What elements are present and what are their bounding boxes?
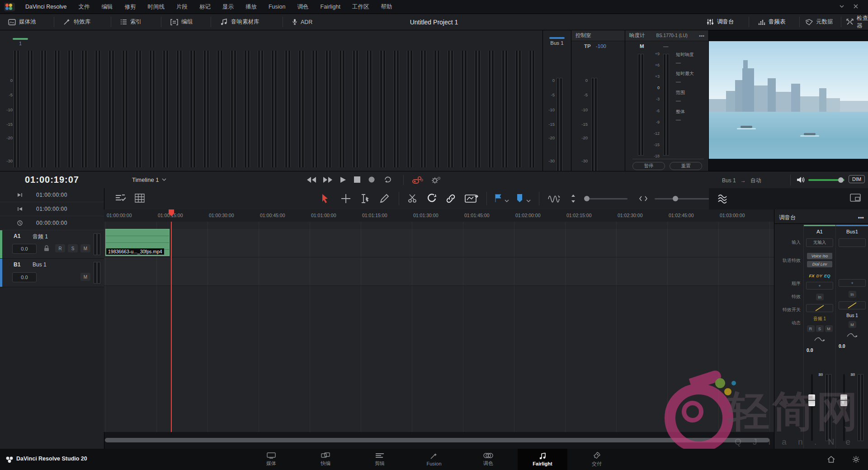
track-b1-level[interactable]: 0.0: [12, 272, 37, 282]
channel-bus1-pan-icon[interactable]: [836, 332, 868, 340]
range-selection-tool-icon[interactable]: [341, 194, 351, 205]
loop-button[interactable]: [383, 176, 392, 185]
track-a1-solo-button[interactable]: S: [68, 244, 78, 252]
channel-a1-voice-iso[interactable]: Voice Iso: [807, 253, 832, 259]
page-tab-edit[interactable]: 剪辑: [355, 449, 405, 470]
page-tab-cut[interactable]: 快编: [301, 449, 350, 470]
marker-chevron-icon[interactable]: [505, 196, 509, 204]
home-icon[interactable]: [827, 456, 835, 465]
order-eq[interactable]: EQ: [824, 273, 830, 278]
channel-bus1-fader-cap[interactable]: [840, 394, 847, 406]
record-button[interactable]: [368, 176, 375, 185]
marker-flag-icon[interactable]: [495, 194, 502, 204]
timeline-ruler[interactable]: 01:00:00:00 01:00:15:00 01:00:30:00 01:0…: [104, 209, 774, 222]
track-height-icon[interactable]: [571, 194, 576, 205]
channel-a1-solo-button[interactable]: S: [816, 325, 824, 332]
menu-timeline[interactable]: 时间线: [142, 3, 170, 11]
menu-playback[interactable]: 播放: [240, 3, 263, 11]
playhead[interactable]: [171, 222, 172, 432]
track-header-a1[interactable]: A1 音频 1 0.0 R S M: [0, 230, 104, 259]
clip-color-chevron-icon[interactable]: [526, 196, 531, 204]
fairlight-settings-gear-icon[interactable]: [430, 176, 441, 186]
group-button[interactable]: 编组: [170, 14, 193, 30]
zoom-slider[interactable]: [655, 198, 713, 199]
timeline-selector[interactable]: Timeline 1: [132, 176, 166, 183]
track-header-b1[interactable]: B1 Bus 1 0.0 M: [0, 259, 104, 287]
monitor-source[interactable]: Bus 1 → 自动: [722, 177, 761, 185]
track-height-slider[interactable]: [584, 198, 627, 199]
horizontal-scrollbar[interactable]: [105, 438, 769, 442]
sound-library-button[interactable]: 音响素材库: [220, 14, 259, 30]
lock-icon[interactable]: [43, 245, 50, 253]
effects-library-button[interactable]: 特效库: [63, 14, 91, 30]
meters-toggle-button[interactable]: 音频表: [758, 14, 786, 30]
video-scopes-icon[interactable]: [718, 194, 730, 205]
menu-clip[interactable]: 片段: [170, 3, 193, 11]
loudness-menu-icon[interactable]: •••: [699, 33, 704, 38]
mixer-menu-icon[interactable]: •••: [858, 215, 864, 221]
menu-workspace[interactable]: 工作区: [346, 3, 375, 11]
channel-bus1-fx-in-button[interactable]: In: [849, 291, 856, 298]
channel-bus1-fader-track[interactable]: [843, 374, 845, 441]
track-a1-level[interactable]: 0.0: [12, 244, 37, 254]
selection-tool-icon[interactable]: [321, 194, 329, 205]
menu-view[interactable]: 显示: [217, 3, 240, 11]
menu-help[interactable]: 帮助: [375, 3, 398, 11]
viewer-video[interactable]: [709, 41, 868, 159]
automation-toggle-icon[interactable]: [412, 176, 423, 186]
menu-fairlight[interactable]: Fairlight: [315, 4, 346, 10]
channel-bus1-dynamics[interactable]: [839, 301, 866, 309]
dim-button[interactable]: DIM: [849, 175, 865, 183]
menu-fusion[interactable]: Fusion: [263, 4, 292, 10]
monitor-volume-slider[interactable]: [808, 179, 844, 181]
waveform-zoom-icon[interactable]: [548, 194, 561, 206]
metadata-button[interactable]: 元数据: [806, 14, 833, 30]
menu-trim[interactable]: 修剪: [118, 3, 142, 11]
page-tab-fairlight[interactable]: Fairlight: [518, 449, 567, 470]
flag-move-keyframes-icon[interactable]: [465, 194, 478, 205]
page-tab-media[interactable]: 媒体: [246, 449, 296, 470]
snap-magnet-icon[interactable]: [427, 194, 437, 205]
timeline-view-options-icon[interactable]: [115, 194, 126, 204]
project-title[interactable]: Untitled Project 1: [344, 14, 524, 30]
page-tab-fusion[interactable]: Fusion: [409, 449, 459, 470]
audio-clip[interactable]: 19836663-u..._30fps.mp4: [105, 229, 170, 256]
menu-mark[interactable]: 标记: [193, 3, 217, 11]
media-pool-button[interactable]: 媒体池: [8, 14, 36, 30]
razor-tool-icon[interactable]: [408, 194, 418, 205]
speaker-icon[interactable]: [797, 176, 805, 185]
channel-bus1-mute-button[interactable]: M: [849, 321, 856, 328]
channel-a1-mute-button[interactable]: M: [825, 325, 833, 332]
channel-a1-order[interactable]: FX DY EQ: [804, 273, 835, 278]
timeline-area[interactable]: 19836663-u..._30fps.mp4: [104, 222, 774, 432]
menu-color[interactable]: 调色: [292, 3, 315, 11]
channel-a1-fx-in-button[interactable]: In: [816, 294, 824, 300]
channel-bus1-add-effect-button[interactable]: +: [839, 279, 866, 287]
page-tab-color[interactable]: 调色: [463, 449, 513, 470]
loudness-pause-button[interactable]: 暂停: [632, 162, 665, 170]
track-a1-mute-button[interactable]: M: [80, 244, 90, 252]
channel-bus1-fader-value[interactable]: 0.0: [839, 343, 868, 349]
track-b1-mute-button[interactable]: M: [80, 273, 90, 281]
track-a1-lane[interactable]: 19836663-u..._30fps.mp4: [104, 229, 774, 257]
link-icon[interactable]: [446, 194, 456, 205]
channel-a1-dial-lev[interactable]: Dial Lev: [807, 261, 832, 267]
loudness-standard[interactable]: BS.1770-1 (LU): [656, 33, 687, 38]
channel-a1-arm-button[interactable]: R: [807, 325, 815, 332]
mixer-toggle-button[interactable]: 调音台: [707, 14, 734, 30]
rewind-button[interactable]: [307, 176, 316, 185]
channel-bus1-input[interactable]: [839, 238, 866, 247]
track-a1-record-arm-button[interactable]: R: [55, 244, 65, 252]
dual-screen-icon[interactable]: [850, 194, 861, 204]
inspector-button[interactable]: 检查器: [846, 14, 868, 30]
fast-forward-button[interactable]: [323, 176, 333, 185]
channel-a1-pan-icon[interactable]: [804, 336, 835, 344]
channel-a1-input[interactable]: 无输入: [806, 238, 833, 247]
channel-a1-add-effect-button[interactable]: +: [806, 282, 833, 290]
track-b1-lane[interactable]: [104, 257, 774, 286]
chevron-down-icon[interactable]: [839, 3, 845, 11]
channel-a1-fader-cap[interactable]: [808, 394, 815, 406]
play-button[interactable]: [340, 176, 346, 185]
channel-a1-fader-track[interactable]: [811, 374, 813, 441]
page-tab-deliver[interactable]: 交付: [572, 449, 622, 470]
